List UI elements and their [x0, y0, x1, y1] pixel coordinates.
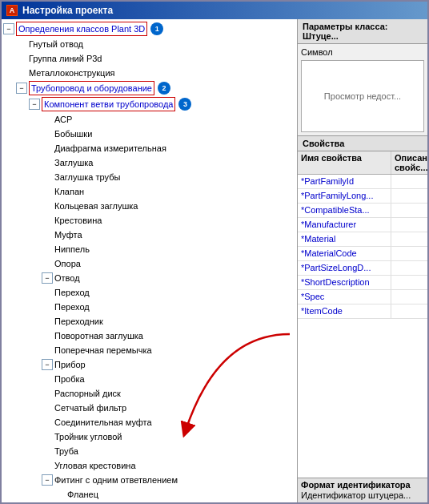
tree-item-soedinit[interactable]: Соединительная муфта — [3, 415, 295, 429]
prop-row[interactable]: *Material — [298, 232, 427, 247]
prop-row[interactable]: *ShortDescription — [298, 276, 427, 290]
tree-item-klapan[interactable]: Клапан — [3, 184, 295, 199]
tree-item-poperechnaya[interactable]: Поперечная перемычка — [3, 343, 295, 357]
tree-expander[interactable]: − — [3, 23, 14, 34]
prop-row[interactable]: *Spec — [298, 290, 427, 304]
symbol-section: Символ Просмотр недост... — [298, 44, 427, 136]
properties-table[interactable]: Имя свойства Описание свойс... *PartFami… — [298, 151, 427, 478]
tree-item-mufta[interactable]: Муфта — [3, 228, 295, 242]
tree-item-diafragma[interactable]: Диафрагма измерительная — [3, 141, 295, 155]
tree-label: Пробка — [54, 373, 85, 385]
app-icon: A — [6, 5, 18, 16]
tree-label: Сетчатый фильтр — [54, 401, 126, 414]
tree-item-krestovina[interactable]: Крестовина — [3, 213, 295, 228]
titlebar: A Настройка проекта — [2, 2, 427, 19]
id-format-header: Формат идентификатора — [301, 480, 424, 490]
tree-item-rasporniy[interactable]: Распорный диск — [3, 386, 295, 401]
tree-item-zaglushka_truby[interactable]: Заглушка трубы — [3, 170, 295, 184]
tree-label: Бобышки — [54, 127, 92, 140]
tree-boxed-label: Определения классов Plant 3D — [16, 22, 147, 36]
tree-item-gruppaliniy[interactable]: Группа линий P3d — [3, 51, 295, 66]
tree-label: Гнутый отвод — [29, 38, 83, 50]
tree-item-plant3d[interactable]: −Определения классов Plant 3D1 — [3, 21, 295, 37]
tree-item-fiting[interactable]: −Фитинг с одним ответвлением — [3, 473, 295, 487]
tree-boxed-label: Трубопровод и оборудование — [29, 81, 154, 95]
prop-name-cell: *ItemCode — [298, 304, 391, 318]
properties-header: Свойства — [298, 136, 427, 151]
symbol-preview: Просмотр недост... — [301, 60, 424, 132]
prop-name-col: Имя свойства — [298, 151, 391, 174]
tree-item-perekhod2[interactable]: Переход — [3, 300, 295, 314]
prop-desc-cell — [391, 232, 427, 246]
tree-item-perekhodnik[interactable]: Переходник — [3, 314, 295, 329]
tree-item-bobyshki[interactable]: Бобышки — [3, 127, 295, 141]
main-content: −Определения классов Plant 3D1Гнутый отв… — [2, 19, 427, 502]
tree-item-metall[interactable]: Металлоконструкция — [3, 66, 295, 80]
prop-row[interactable]: *MaterialCode — [298, 247, 427, 261]
tree-item-nipel[interactable]: Ниппель — [3, 242, 295, 256]
prop-row[interactable]: *Manufacturer — [298, 218, 427, 232]
prop-row[interactable]: *PartFamilyLong... — [298, 189, 427, 204]
tree-label: Переход — [54, 300, 90, 313]
prop-name-cell: *MaterialCode — [298, 247, 391, 260]
tree-badge: 3 — [178, 98, 191, 111]
symbol-label: Символ — [301, 47, 424, 57]
tree-expander[interactable]: − — [42, 474, 53, 486]
prop-name-cell: *ShortDescription — [298, 276, 391, 289]
tree-item-otvod[interactable]: −Отвод — [3, 271, 295, 285]
prop-row[interactable]: *ItemCode — [298, 304, 427, 319]
tree-item-probka[interactable]: Пробка — [3, 372, 295, 386]
tree-item-flancevaya[interactable]: Фланцевая заглушка — [3, 502, 295, 502]
tree-item-pribor[interactable]: −Прибор — [3, 357, 295, 372]
tree-label: Металлоконструкция — [29, 67, 115, 79]
tree-item-troynik[interactable]: Тройник угловой — [3, 429, 295, 444]
tree-label: Отвод — [54, 272, 80, 284]
tree-item-komponent[interactable]: −Компонент ветви трубопровода3 — [3, 96, 295, 112]
prop-row[interactable]: *PartSizeLongD... — [298, 261, 427, 276]
prop-desc-cell — [391, 204, 427, 217]
tree-item-setchatyy[interactable]: Сетчатый фильтр — [3, 401, 295, 415]
tree-expander[interactable]: − — [29, 99, 40, 110]
prop-name-cell: *PartFamilyId — [298, 175, 391, 188]
tree-label: Распорный диск — [54, 387, 121, 400]
prop-desc-cell — [391, 175, 427, 188]
tree-item-flanec[interactable]: Фланец — [3, 487, 295, 502]
tree-item-perekhod[interactable]: Переход — [3, 285, 295, 300]
tree-label: Заглушка — [54, 156, 93, 169]
tree-label: Компонент ветви трубопровода — [44, 98, 173, 111]
prop-row[interactable]: *PartFamilyId — [298, 175, 427, 189]
tree-item-zaglushka[interactable]: Заглушка — [3, 155, 295, 170]
tree-label: Угловая крестовина — [54, 459, 136, 472]
tree-item-truba[interactable]: −Трубопровод и оборудование2 — [3, 80, 295, 96]
tree-item-opora[interactable]: Опора — [3, 256, 295, 271]
id-format-section: Формат идентификатора Идентификатор штуц… — [298, 478, 427, 502]
tree-expander[interactable]: − — [16, 83, 27, 94]
tree-badge: 1 — [150, 22, 163, 35]
prop-row[interactable]: *CompatibleSta... — [298, 204, 427, 218]
prop-table-header: Имя свойства Описание свойс... — [298, 151, 427, 175]
prop-desc-cell — [391, 276, 427, 289]
tree-item-acp[interactable]: АСР — [3, 112, 295, 127]
prop-desc-cell — [391, 189, 427, 203]
tree-label: Поперечная перемычка — [54, 344, 152, 357]
tree-item-povorornaya[interactable]: Поворотная заглушка — [3, 329, 295, 343]
tree-item-uglovaya[interactable]: Угловая крестовина — [3, 458, 295, 473]
tree-item-kolcevaya[interactable]: Кольцевая заглушка — [3, 199, 295, 213]
tree-item-truba2[interactable]: Труба — [3, 444, 295, 458]
prop-desc-col: Описание свойс... — [391, 151, 427, 174]
tree-label: Опора — [54, 257, 81, 270]
main-window: A Настройка проекта −Определения классов… — [0, 0, 429, 504]
id-format-value: Идентификатор штуцера... — [301, 490, 424, 501]
tree-label: Кольцевая заглушка — [54, 200, 138, 212]
tree-expander[interactable]: − — [42, 359, 53, 370]
tree-boxed-label: Компонент ветви трубопровода — [42, 97, 175, 111]
tree-label: Определения классов Plant 3D — [18, 22, 145, 35]
left-panel: −Определения классов Plant 3D1Гнутый отв… — [2, 19, 298, 502]
tree-item-gnutiy[interactable]: Гнутый отвод — [3, 37, 295, 51]
tree-area[interactable]: −Определения классов Plant 3D1Гнутый отв… — [2, 19, 297, 502]
left-panel-wrapper: −Определения классов Plant 3D1Гнутый отв… — [2, 19, 298, 502]
tree-label: Прибор — [54, 358, 86, 371]
tree-label: Переход — [54, 286, 90, 299]
tree-label: Крестовина — [54, 214, 102, 227]
tree-expander[interactable]: − — [42, 272, 53, 284]
